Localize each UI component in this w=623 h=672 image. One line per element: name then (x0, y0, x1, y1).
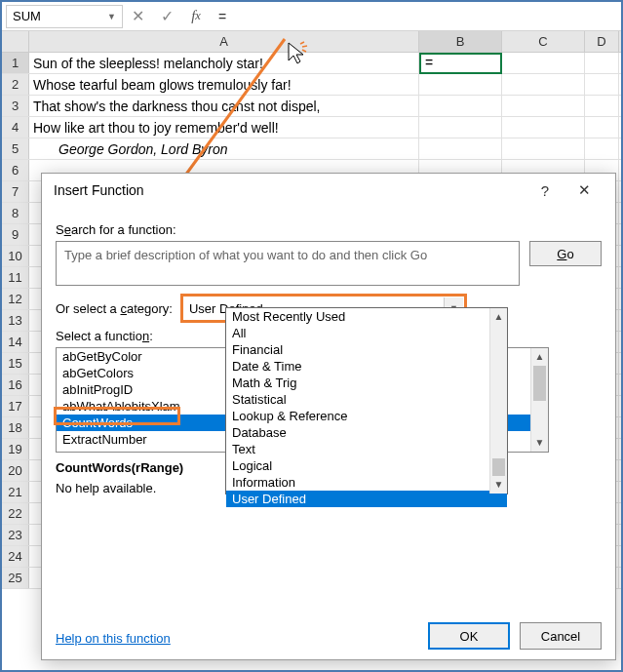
chevron-down-icon[interactable]: ▼ (107, 12, 116, 21)
row-header[interactable]: 22 (2, 503, 29, 524)
cancel-button[interactable]: Cancel (520, 622, 602, 650)
cell[interactable]: George Gordon, Lord Byron (29, 138, 419, 159)
help-link[interactable]: Help on this function (56, 631, 171, 646)
cell[interactable] (502, 74, 585, 95)
cell[interactable] (419, 74, 502, 95)
dropdown-option[interactable]: Statistical (226, 391, 507, 408)
dropdown-option[interactable]: Database (226, 424, 507, 441)
cell[interactable] (585, 138, 619, 159)
category-label: Or select a category: (56, 301, 173, 316)
scroll-thumb[interactable] (533, 366, 546, 401)
row-header[interactable]: 20 (2, 460, 29, 481)
help-icon[interactable]: ? (526, 182, 565, 199)
name-box-text: SUM (13, 9, 41, 23)
search-label: Search for a function: (56, 222, 602, 237)
select-all-corner[interactable] (2, 31, 29, 52)
row-header[interactable]: 25 (2, 568, 29, 588)
category-dropdown[interactable]: Most Recently Used All Financial Date & … (225, 307, 508, 494)
cell[interactable] (419, 117, 502, 138)
dropdown-option[interactable]: Math & Trig (226, 375, 507, 391)
row-header[interactable]: 15 (2, 353, 29, 374)
row-header[interactable]: 5 (2, 138, 29, 159)
dropdown-option[interactable]: Financial (226, 341, 507, 358)
active-cell-b1[interactable]: = (419, 53, 502, 74)
scrollbar[interactable]: ▲ ▼ (489, 308, 507, 494)
cell[interactable] (502, 138, 585, 159)
row-header[interactable]: 10 (2, 246, 29, 266)
col-header-c[interactable]: C (502, 31, 585, 52)
scroll-thumb[interactable] (492, 458, 505, 476)
search-input[interactable]: Type a brief description of what you wan… (56, 241, 520, 286)
cell[interactable] (502, 117, 585, 138)
cell[interactable]: Sun of the sleepless! melancholy star! (29, 53, 419, 73)
insert-function-icon[interactable]: fx (181, 5, 211, 28)
row-header[interactable]: 24 (2, 546, 29, 567)
cell[interactable] (419, 138, 502, 159)
formula-bar-input[interactable]: = (211, 9, 617, 24)
cell[interactable]: How like art thou to joy remember'd well… (29, 117, 419, 138)
dropdown-option[interactable]: Logical (226, 457, 507, 474)
row-header[interactable]: 4 (2, 117, 29, 138)
accept-formula-icon[interactable]: ✓ (152, 5, 181, 28)
cell[interactable] (502, 53, 585, 73)
cell[interactable] (502, 96, 585, 116)
dropdown-option[interactable]: All (226, 325, 507, 341)
go-button[interactable]: Go (529, 241, 602, 266)
dropdown-option[interactable]: Lookup & Reference (226, 408, 507, 424)
ok-button[interactable]: OK (428, 622, 510, 650)
dropdown-option[interactable]: Date & Time (226, 358, 507, 375)
dropdown-option[interactable]: Information (226, 474, 507, 491)
scroll-up-icon[interactable]: ▲ (490, 308, 507, 326)
row-header[interactable]: 17 (2, 396, 29, 416)
close-icon[interactable]: ✕ (565, 181, 604, 199)
dropdown-option-selected[interactable]: User Defined (226, 491, 507, 507)
col-header-b[interactable]: B (419, 31, 502, 52)
row-header[interactable]: 7 (2, 181, 29, 202)
row-header[interactable]: 16 (2, 375, 29, 395)
name-box[interactable]: SUM ▼ (6, 5, 123, 28)
row-header[interactable]: 11 (2, 267, 29, 288)
cell[interactable]: That show's the darkness thou canst not … (29, 96, 419, 116)
scrollbar[interactable]: ▲ ▼ (530, 348, 548, 452)
row-header[interactable]: 1 (2, 53, 29, 73)
dropdown-option[interactable]: Text (226, 441, 507, 457)
dropdown-option[interactable]: Most Recently Used (226, 308, 507, 325)
cancel-formula-icon[interactable]: ✕ (123, 5, 152, 28)
row-header[interactable]: 23 (2, 525, 29, 545)
row-header[interactable]: 21 (2, 482, 29, 502)
col-header-a[interactable]: A (29, 31, 419, 52)
scroll-down-icon[interactable]: ▼ (531, 434, 548, 452)
cell[interactable] (585, 117, 619, 138)
scroll-down-icon[interactable]: ▼ (490, 476, 507, 494)
row-header[interactable]: 8 (2, 203, 29, 223)
dialog-title: Insert Function (54, 182, 144, 198)
active-cell-value: = (421, 55, 433, 70)
col-header-d[interactable]: D (585, 31, 619, 52)
row-header[interactable]: 14 (2, 332, 29, 352)
cell[interactable] (585, 96, 619, 116)
row-header[interactable]: 3 (2, 96, 29, 116)
row-header[interactable]: 13 (2, 310, 29, 331)
insert-function-dialog: Insert Function ? ✕ Search for a functio… (41, 173, 616, 660)
row-header[interactable]: 12 (2, 289, 29, 309)
cell[interactable] (585, 53, 619, 73)
row-header[interactable]: 18 (2, 417, 29, 438)
row-header[interactable]: 6 (2, 160, 29, 180)
row-header[interactable]: 19 (2, 439, 29, 459)
scroll-up-icon[interactable]: ▲ (531, 348, 548, 366)
row-header[interactable]: 9 (2, 224, 29, 245)
cell[interactable] (419, 96, 502, 116)
row-header[interactable]: 2 (2, 74, 29, 95)
cell[interactable] (585, 74, 619, 95)
cell[interactable]: Whose tearful beam glows tremulously far… (29, 74, 419, 95)
